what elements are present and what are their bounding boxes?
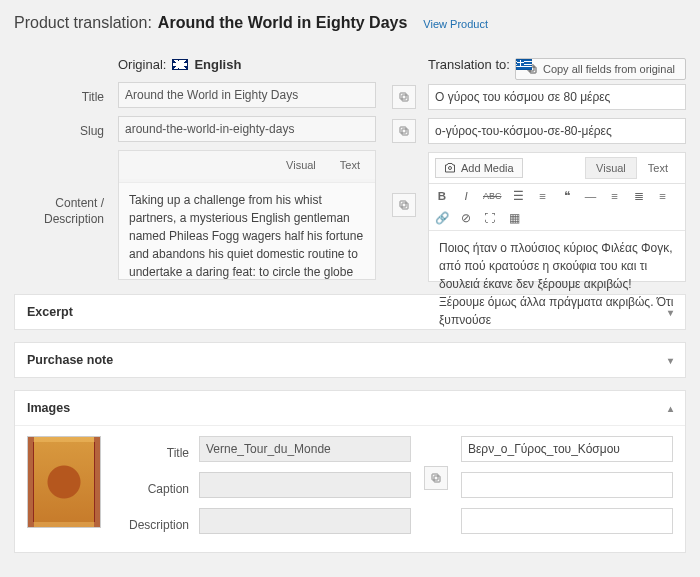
original-content: Taking up a challenge from his whist par… xyxy=(119,183,375,279)
copy-image-caption-button[interactable] xyxy=(424,466,448,490)
toolbar-toggle-icon[interactable]: ▦ xyxy=(507,211,521,225)
label-img-description: Description xyxy=(111,512,189,538)
copy-all-label: Copy all fields from original xyxy=(543,63,675,75)
panel-purchase-note-toggle[interactable]: Purchase note xyxy=(15,343,685,377)
svg-rect-1 xyxy=(400,93,406,99)
svg-rect-5 xyxy=(400,201,406,207)
image-orig-description xyxy=(199,508,411,534)
align-left-icon[interactable]: ≡ xyxy=(608,190,622,202)
trans-editor-text-tab[interactable]: Text xyxy=(637,157,679,179)
orig-editor-text-tab[interactable]: Text xyxy=(329,154,371,176)
label-img-title: Title xyxy=(111,440,189,466)
label-slug: Slug xyxy=(80,124,110,138)
chevron-down-icon xyxy=(668,353,673,367)
copy-content-button[interactable] xyxy=(392,193,416,217)
flag-gr-icon xyxy=(516,59,532,70)
copy-slug-button[interactable] xyxy=(392,119,416,143)
svg-rect-4 xyxy=(402,203,408,209)
link-icon[interactable]: 🔗 xyxy=(435,211,449,225)
svg-point-8 xyxy=(449,167,452,170)
label-img-caption: Caption xyxy=(111,476,189,502)
align-center-icon[interactable]: ≣ xyxy=(632,189,646,203)
original-slug-input xyxy=(118,116,376,142)
svg-rect-3 xyxy=(400,127,406,133)
image-thumbnail[interactable] xyxy=(27,436,101,528)
image-orig-title xyxy=(199,436,411,462)
view-product-link[interactable]: View Product xyxy=(423,18,488,30)
italic-icon[interactable]: I xyxy=(459,190,473,202)
hr-icon[interactable]: — xyxy=(584,190,598,202)
original-label: Original: xyxy=(118,57,166,72)
translation-content[interactable]: Ποιος ήταν ο πλούσιος κύριος Φιλέας Φογκ… xyxy=(429,231,685,327)
svg-rect-10 xyxy=(432,474,438,480)
editor-toolbar: B I ABC ☰ ≡ ❝ — ≡ ≣ ≡ 🔗 ⊘ ⛶ ▦ xyxy=(429,184,685,231)
image-trans-title[interactable] xyxy=(461,436,673,462)
bullet-list-icon[interactable]: ☰ xyxy=(512,189,526,203)
label-title: Title xyxy=(82,90,110,104)
panel-images-toggle[interactable]: Images xyxy=(15,391,685,425)
add-media-label: Add Media xyxy=(461,162,514,174)
chevron-up-icon xyxy=(668,401,673,415)
translation-slug-input[interactable] xyxy=(428,118,686,144)
number-list-icon[interactable]: ≡ xyxy=(536,190,550,202)
orig-editor-visual-tab[interactable]: Visual xyxy=(275,154,327,176)
page-title-prefix: Product translation: xyxy=(14,14,152,32)
unlink-icon[interactable]: ⊘ xyxy=(459,211,473,225)
media-icon xyxy=(444,162,456,174)
trans-editor-visual-tab[interactable]: Visual xyxy=(585,157,637,179)
quote-icon[interactable]: ❝ xyxy=(560,189,574,203)
flag-gb-icon xyxy=(172,59,188,70)
svg-rect-9 xyxy=(434,476,440,482)
copy-all-button[interactable]: Copy all fields from original xyxy=(515,58,686,80)
svg-rect-0 xyxy=(402,95,408,101)
images-label: Images xyxy=(27,401,70,415)
align-right-icon[interactable]: ≡ xyxy=(656,190,670,202)
original-title-input xyxy=(118,82,376,108)
add-media-button[interactable]: Add Media xyxy=(435,158,523,178)
excerpt-label: Excerpt xyxy=(27,305,73,319)
bold-icon[interactable]: B xyxy=(435,190,449,202)
label-content: Content / Description xyxy=(14,192,110,227)
translation-label: Translation to: xyxy=(428,57,510,72)
fullscreen-icon[interactable]: ⛶ xyxy=(483,212,497,224)
image-trans-description[interactable] xyxy=(461,508,673,534)
copy-title-button[interactable] xyxy=(392,85,416,109)
original-lang: English xyxy=(194,57,241,72)
strike-icon[interactable]: ABC xyxy=(483,191,502,201)
translation-title-input[interactable] xyxy=(428,84,686,110)
image-orig-caption xyxy=(199,472,411,498)
chevron-down-icon xyxy=(668,305,673,319)
purchase-note-label: Purchase note xyxy=(27,353,113,367)
svg-rect-2 xyxy=(402,129,408,135)
image-trans-caption[interactable] xyxy=(461,472,673,498)
page-title: Around the World in Eighty Days xyxy=(158,14,408,32)
